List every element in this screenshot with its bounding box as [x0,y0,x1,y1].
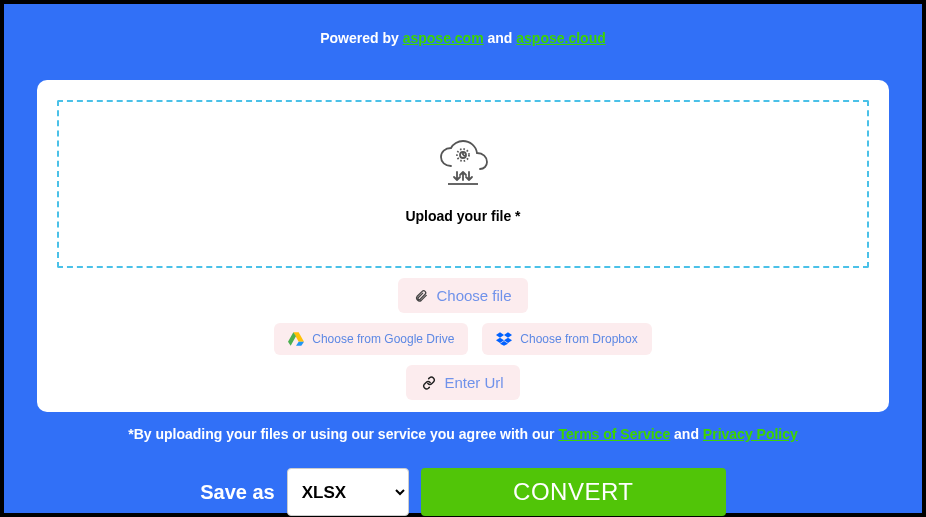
privacy-policy-link[interactable]: Privacy Policy [703,426,798,442]
dropbox-button[interactable]: Choose from Dropbox [482,323,651,355]
terms-of-service-link[interactable]: Terms of Service [558,426,670,442]
upload-card: Upload your file * Choose file [37,80,889,412]
choose-file-label: Choose file [436,287,511,304]
convert-row: Save as XLSX CONVERT [200,468,726,516]
format-select[interactable]: XLSX [287,468,409,516]
powered-by-prefix: Powered by [320,30,402,46]
choose-file-row: Choose file [398,278,527,313]
svg-line-3 [463,155,465,156]
app-container: Powered by aspose.com and aspose.cloud U… [4,4,922,513]
convert-button[interactable]: CONVERT [421,468,726,516]
cloud-upload-icon [433,140,493,190]
enter-url-button[interactable]: Enter Url [406,365,519,400]
file-dropzone[interactable]: Upload your file * [57,100,869,268]
upload-label: Upload your file * [405,208,520,224]
aspose-cloud-link[interactable]: aspose.cloud [516,30,605,46]
powered-by-middle: and [484,30,517,46]
agreement-prefix: *By uploading your files or using our se… [128,426,558,442]
link-icon [422,376,436,390]
url-row: Enter Url [406,365,519,400]
google-drive-button[interactable]: Choose from Google Drive [274,323,468,355]
aspose-com-link[interactable]: aspose.com [403,30,484,46]
agreement-middle: and [670,426,703,442]
powered-by-text: Powered by aspose.com and aspose.cloud [320,30,606,46]
choose-file-button[interactable]: Choose file [398,278,527,313]
cloud-sources-row: Choose from Google Drive Choose from Dro… [274,323,651,355]
google-drive-label: Choose from Google Drive [312,332,454,346]
dropbox-icon [496,332,512,346]
enter-url-label: Enter Url [444,374,503,391]
dropbox-label: Choose from Dropbox [520,332,637,346]
paperclip-icon [414,289,428,303]
google-drive-icon [288,332,304,346]
save-as-label: Save as [200,481,275,504]
agreement-text: *By uploading your files or using our se… [128,426,798,442]
